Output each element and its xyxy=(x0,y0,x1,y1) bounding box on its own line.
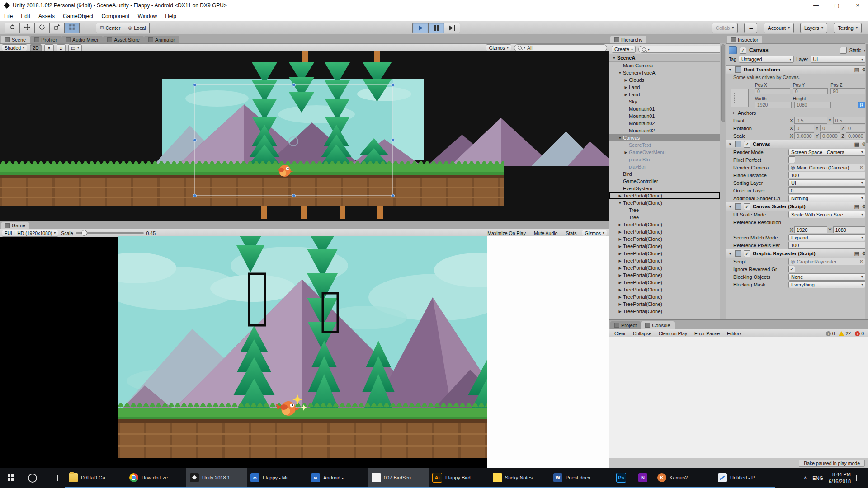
clear-button[interactable]: Clear xyxy=(611,330,629,338)
task-view-button[interactable] xyxy=(43,468,65,488)
hierarchy-search-input[interactable]: ▾ xyxy=(638,46,724,53)
hierarchy-item-treeportal-clone[interactable]: ▶TreePortal(Clone) xyxy=(609,257,720,264)
active-checkbox[interactable]: ✓ xyxy=(740,47,746,54)
blueprint-r-button[interactable]: R xyxy=(858,102,866,108)
hierarchy-item-clouds[interactable]: ▶Clouds xyxy=(609,76,720,84)
object-field[interactable]: ◎Main Camera (Camera)⊙ xyxy=(788,164,866,171)
close-button[interactable]: × xyxy=(847,0,868,11)
pivot-y-field[interactable]: 0.5 xyxy=(833,117,866,124)
scale-z-field[interactable]: 0.0080 xyxy=(846,132,866,139)
2d-toggle-button[interactable]: 2D xyxy=(30,44,41,52)
property-field[interactable]: 100 xyxy=(788,172,866,178)
height-field[interactable]: 1080 xyxy=(794,102,831,108)
menu-assets[interactable]: Assets xyxy=(34,11,59,21)
property-dropdown[interactable]: None▾ xyxy=(788,273,866,281)
console-log-area[interactable] xyxy=(609,337,868,458)
scale-slider-thumb[interactable] xyxy=(81,230,87,236)
lighting-toggle-button[interactable]: ☀ xyxy=(44,44,54,52)
foldout-arrow-icon[interactable]: ▶ xyxy=(617,310,623,314)
foldout-arrow-icon[interactable]: ▶ xyxy=(623,85,629,89)
create-dropdown[interactable]: Create▾ xyxy=(612,46,636,53)
tab-console[interactable]: Console xyxy=(641,321,674,329)
foldout-arrow-icon[interactable]: ▶ xyxy=(617,266,623,270)
rect-tool-button[interactable] xyxy=(65,23,80,33)
anchor-preset-button[interactable] xyxy=(731,89,749,107)
taskbar-app-d-had-ga[interactable]: D:\HaD Ga... xyxy=(65,468,126,488)
hierarchy-item-treeportal-clone[interactable]: ▶TreePortal(Clone) xyxy=(609,228,720,235)
taskbar-app-sticky-notes[interactable]: Sticky Notes xyxy=(489,468,550,488)
foldout-arrow-icon[interactable]: ▶ xyxy=(617,230,623,234)
hierarchy-item-treeportal-clone[interactable]: ▼TreePortal(Clone) xyxy=(609,199,720,206)
foldout-arrow-icon[interactable]: ▶ xyxy=(623,78,629,82)
hierarchy-item-land[interactable]: ▶Land xyxy=(609,91,720,98)
scene-search-input[interactable]: ▾ All xyxy=(514,44,607,52)
tray-expand-icon[interactable]: ∧ xyxy=(803,475,807,481)
taskbar-app-007-birdscri[interactable]: 007 BirdScri... xyxy=(368,468,429,488)
inspector-scrollbar[interactable] xyxy=(865,43,868,319)
foldout-arrow-icon[interactable]: ▼ xyxy=(728,142,733,146)
object-picker-icon[interactable]: ⊙ xyxy=(860,259,863,264)
foldout-arrow-icon[interactable]: ▼ xyxy=(728,68,733,72)
gameobject-name[interactable]: Canvas xyxy=(749,47,769,53)
property-dropdown[interactable]: UI▾ xyxy=(788,179,866,187)
taskbar-app-onenote[interactable]: N xyxy=(632,468,654,488)
foldout-arrow-icon[interactable]: ▶ xyxy=(617,288,623,292)
menu-edit[interactable]: Edit xyxy=(17,11,34,21)
tab-profiler[interactable]: Profiler xyxy=(30,36,61,43)
posz-field[interactable]: 90 xyxy=(830,88,866,94)
pan-tool-button[interactable] xyxy=(5,23,20,33)
vector-field[interactable]: 1920 xyxy=(794,226,827,233)
cloud-button[interactable]: ☁ xyxy=(744,23,757,33)
component-enabled-checkbox[interactable]: ✓ xyxy=(744,203,750,210)
hierarchy-item-treeportal-clone[interactable]: ▶TreePortal(Clone) xyxy=(609,308,720,315)
hierarchy-item-treeportal-clone[interactable]: ▶TreePortal(Clone) xyxy=(609,300,720,308)
error-pause-button[interactable]: Error Pause xyxy=(691,330,723,338)
static-checkbox[interactable] xyxy=(840,47,847,54)
foldout-arrow-icon[interactable]: ▼ xyxy=(617,71,623,75)
menu-gameobject[interactable]: GameObject xyxy=(59,11,97,21)
layout-dropdown[interactable]: Testing▾ xyxy=(834,23,862,33)
hierarchy-item-treeportal-clone[interactable]: ▶TreePortal(Clone) xyxy=(609,243,720,250)
scene-viewport[interactable] xyxy=(0,51,609,221)
reference-icon[interactable]: ▤ xyxy=(854,141,859,147)
hierarchy-item-main-camera[interactable]: Main Camera xyxy=(609,62,720,69)
rotation-mode-button[interactable]: ◎ Local xyxy=(124,23,150,33)
hierarchy-item-gamecontroller[interactable]: GameController xyxy=(609,178,720,185)
object-picker-icon[interactable]: ⊙ xyxy=(860,165,863,170)
mute-audio-button[interactable]: Mute Audio xyxy=(531,230,561,236)
menu-help[interactable]: Help xyxy=(161,11,180,21)
foldout-arrow-icon[interactable]: ▶ xyxy=(617,295,623,299)
tab-game[interactable]: Game xyxy=(1,222,29,229)
hierarchy-item-mountain01[interactable]: Mountain01 xyxy=(609,113,720,120)
menu-component[interactable]: Component xyxy=(97,11,133,21)
info-count-toggle[interactable]: i0 xyxy=(826,331,835,336)
scale-x-field[interactable]: 0.0080 xyxy=(794,132,814,139)
taskbar-app-flappy-bird[interactable]: AiFlappy Bird... xyxy=(429,468,489,488)
hierarchy-item-treeportal-clone[interactable]: ▶TreePortal(Clone) xyxy=(609,250,720,257)
component-header[interactable]: ▼ Rect Transform ▤⚙ xyxy=(726,65,868,74)
posy-field[interactable]: 0 xyxy=(793,88,828,94)
taskbar-app-flappy-mi[interactable]: ∞Flappy - Mi... xyxy=(247,468,307,488)
hierarchy-item-tree[interactable]: Tree xyxy=(609,214,720,221)
inspector-menu-icon[interactable]: ≡ xyxy=(862,38,865,43)
property-dropdown[interactable]: Expand▾ xyxy=(788,234,866,241)
hierarchy-item-treeportal-clone[interactable]: ▶TreePortal(Clone) xyxy=(609,264,720,272)
tab-scene[interactable]: Scene xyxy=(1,36,30,43)
maximize-on-play-button[interactable]: Maximize On Play xyxy=(485,230,528,236)
foldout-arrow-icon[interactable]: ▶ xyxy=(617,237,623,241)
foldout-arrow-icon[interactable]: ▶ xyxy=(617,244,623,249)
aspect-dropdown[interactable]: FULL HD (868x488)▾ xyxy=(2,230,58,237)
taskbar-app-priest-docx[interactable]: WPriest.docx ... xyxy=(550,468,610,488)
foldout-arrow-icon[interactable]: ▶ xyxy=(623,93,629,97)
component-header[interactable]: ▼✓Canvas▤⚙ xyxy=(726,140,868,148)
taskbar-app-photoshop[interactable]: Ps xyxy=(610,468,632,488)
rotation-x-field[interactable]: 0 xyxy=(794,125,814,131)
property-checkbox[interactable] xyxy=(788,156,795,163)
foldout-arrow-icon[interactable]: ▶ xyxy=(623,150,629,155)
taskbar-app-unity-2018-1[interactable]: Unity 2018.1... xyxy=(186,468,247,488)
taskbar-app-android[interactable]: ∞Android - ... xyxy=(307,468,368,488)
scene-gizmos-dropdown[interactable]: Gizmos▾ xyxy=(486,44,511,52)
account-dropdown[interactable]: Account▾ xyxy=(764,23,794,33)
effects-dropdown[interactable]: ▤▾ xyxy=(68,44,82,52)
foldout-arrow-icon[interactable]: ▼ xyxy=(728,252,733,256)
